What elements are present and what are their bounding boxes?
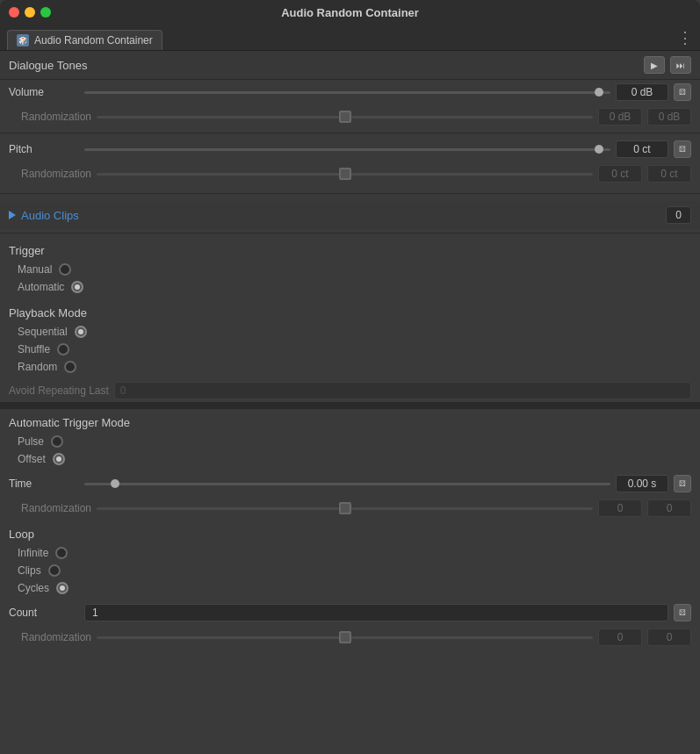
pitch-rand-min[interactable]: 0 ct [598, 165, 642, 183]
minimize-button[interactable] [25, 7, 35, 18]
pitch-rand-icon[interactable]: ⚄ [674, 140, 691, 158]
trigger-section: Trigger Manual Automatic [0, 237, 700, 299]
expand-arrow-icon [9, 211, 16, 219]
avoid-repeating-row: Avoid Repeating Last 0 [0, 379, 700, 402]
playback-random-radio[interactable] [64, 361, 76, 373]
maximize-button[interactable] [40, 7, 51, 18]
trigger-manual-radio[interactable] [59, 263, 71, 276]
dice-icon-count: ⚄ [679, 608, 686, 617]
audio-clips-count: 0 [666, 206, 691, 224]
main-content: Dialogue Tones ▶ ⏭ Volume 0 dB ⚄ Randomi… [0, 51, 700, 650]
playback-random-row[interactable]: Random [9, 358, 691, 376]
pitch-rand-max[interactable]: 0 ct [647, 165, 691, 183]
playback-shuffle-radio[interactable] [57, 343, 69, 355]
play-icon: ▶ [651, 61, 658, 70]
trigger-automatic-row[interactable]: Automatic [9, 278, 691, 296]
loop-infinite-row[interactable]: Infinite [9, 544, 691, 562]
time-rand-row: Randomization 0 0 [0, 496, 700, 521]
loop-cycles-radio[interactable] [56, 582, 69, 594]
time-rand-max[interactable]: 0 [647, 499, 691, 517]
skip-icon: ⏭ [676, 61, 685, 70]
tab-icon: 🎲 [17, 34, 29, 47]
count-rand-slider[interactable] [97, 636, 593, 639]
trigger-manual-label: Manual [18, 263, 52, 276]
count-rand-icon[interactable]: ⚄ [674, 604, 691, 621]
dialogue-tones-section: Dialogue Tones ▶ ⏭ [0, 51, 700, 80]
time-rand-label: Randomization [9, 502, 91, 514]
time-rand-thumb[interactable] [339, 502, 351, 514]
auto-trigger-offset-radio[interactable] [53, 453, 65, 465]
auto-trigger-offset-label: Offset [18, 453, 46, 465]
volume-value[interactable]: 0 dB [616, 83, 668, 101]
pitch-rand-row: Randomization 0 ct 0 ct [0, 162, 700, 186]
pitch-rand-thumb[interactable] [339, 168, 351, 180]
volume-rand-min[interactable]: 0 dB [598, 108, 642, 126]
play-button[interactable]: ▶ [644, 56, 665, 74]
avoid-repeating-input[interactable]: 0 [114, 382, 691, 399]
pitch-thumb[interactable] [595, 145, 603, 154]
loop-cycles-row[interactable]: Cycles [9, 579, 691, 597]
window-title: Audio Random Container [281, 6, 419, 19]
playback-shuffle-row[interactable]: Shuffle [9, 341, 691, 358]
volume-label: Volume [9, 86, 79, 98]
loop-cycles-label: Cycles [18, 582, 49, 594]
skip-button[interactable]: ⏭ [670, 56, 691, 74]
volume-rand-slider[interactable] [97, 116, 593, 118]
auto-trigger-section: Automatic Trigger Mode Pulse Offset [0, 409, 700, 471]
loop-infinite-label: Infinite [18, 547, 48, 559]
time-rand-icon[interactable]: ⚄ [674, 475, 691, 492]
volume-slider[interactable] [84, 91, 610, 94]
volume-rand-row: Randomization 0 dB 0 dB [0, 104, 700, 129]
time-thumb[interactable] [111, 479, 119, 488]
time-value[interactable]: 0.00 s [616, 475, 668, 492]
count-rand-min[interactable]: 0 [598, 628, 642, 646]
pitch-value[interactable]: 0 ct [616, 140, 668, 158]
playback-sequential-row[interactable]: Sequential [9, 323, 691, 341]
trigger-automatic-radio[interactable] [71, 281, 83, 293]
auto-trigger-pulse-radio[interactable] [51, 435, 63, 448]
time-rand-min[interactable]: 0 [598, 499, 642, 517]
auto-trigger-offset-row[interactable]: Offset [9, 450, 691, 468]
pitch-slider[interactable] [84, 148, 610, 151]
time-row: Time 0.00 s ⚄ [0, 471, 700, 496]
volume-thumb[interactable] [595, 88, 603, 97]
time-rand-slider[interactable] [97, 507, 593, 510]
auto-trigger-pulse-row[interactable]: Pulse [9, 433, 691, 450]
dialogue-tones-label: Dialogue Tones [9, 59, 87, 72]
close-button[interactable] [9, 7, 19, 18]
trigger-manual-row[interactable]: Manual [9, 261, 691, 278]
pitch-label: Pitch [9, 143, 79, 155]
count-rand-max[interactable]: 0 [647, 628, 691, 646]
volume-rand-max[interactable]: 0 dB [647, 108, 691, 126]
avoid-repeating-label: Avoid Repeating Last [9, 384, 109, 397]
count-value[interactable]: 1 [84, 604, 668, 621]
trigger-automatic-label: Automatic [18, 281, 64, 293]
playback-controls: ▶ ⏭ [644, 56, 691, 74]
more-options-icon[interactable]: ⋮ [677, 28, 693, 47]
volume-rand-label: Randomization [9, 111, 91, 123]
auto-trigger-pulse-label: Pulse [18, 435, 44, 448]
volume-rand-thumb[interactable] [339, 111, 351, 123]
audio-clips-row[interactable]: Audio Clips 0 [0, 201, 700, 229]
time-slider[interactable] [84, 483, 610, 485]
volume-rand-icon[interactable]: ⚄ [674, 83, 691, 101]
playback-mode-section: Playback Mode Sequential Shuffle Random [0, 299, 700, 379]
loop-clips-radio[interactable] [48, 564, 61, 577]
window-controls[interactable] [9, 7, 51, 18]
playback-sequential-label: Sequential [18, 326, 68, 338]
loop-clips-label: Clips [18, 564, 41, 577]
playback-sequential-radio[interactable] [75, 326, 87, 338]
pitch-rand-slider[interactable] [97, 173, 593, 176]
dice-icon-time: ⚄ [679, 479, 686, 488]
tabbar: 🎲 Audio Random Container ⋮ [0, 25, 700, 51]
tab-audio-random-container[interactable]: 🎲 Audio Random Container [7, 30, 162, 50]
count-label: Count [9, 607, 79, 619]
count-row: Count 1 ⚄ [0, 600, 700, 625]
pitch-rand-label: Randomization [9, 168, 91, 180]
dice-icon: ⚄ [679, 88, 686, 97]
pitch-row: Pitch 0 ct ⚄ [0, 137, 700, 162]
loop-clips-row[interactable]: Clips [9, 562, 691, 579]
loop-section: Loop Infinite Clips Cycles [0, 521, 700, 600]
loop-infinite-radio[interactable] [55, 547, 68, 559]
count-rand-thumb[interactable] [339, 631, 351, 643]
